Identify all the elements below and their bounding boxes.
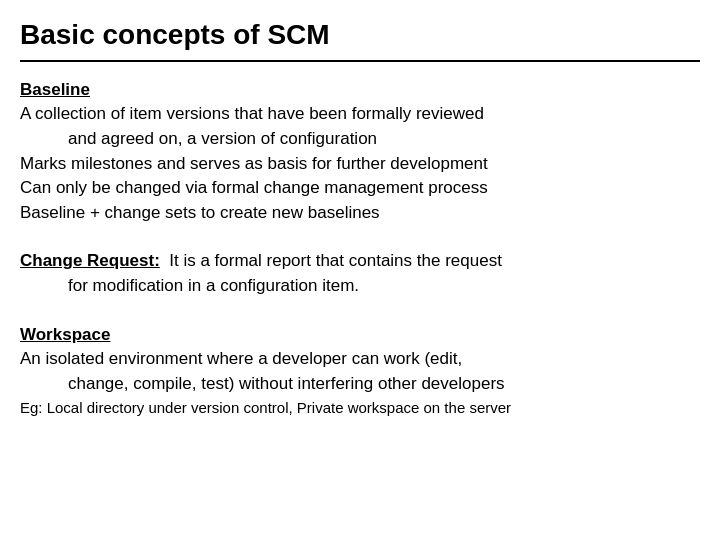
workspace-title: Workspace bbox=[20, 323, 700, 348]
section-change-request: Change Request: It is a formal report th… bbox=[20, 249, 700, 298]
page-title: Basic concepts of SCM bbox=[20, 18, 700, 52]
baseline-line5: Baseline + change sets to create new bas… bbox=[20, 201, 700, 226]
workspace-line2: change, compile, test) without interferi… bbox=[20, 372, 700, 397]
change-request-body: Change Request: It is a formal report th… bbox=[20, 249, 700, 298]
baseline-line2: and agreed on, a version of configuratio… bbox=[20, 127, 700, 152]
baseline-body: Baseline A collection of item versions t… bbox=[20, 78, 700, 226]
baseline-line1: A collection of item versions that have … bbox=[20, 102, 700, 127]
baseline-line4: Can only be changed via formal change ma… bbox=[20, 176, 700, 201]
title-divider bbox=[20, 60, 700, 62]
workspace-body: Workspace An isolated environment where … bbox=[20, 323, 700, 419]
change-request-title: Change Request: It is a formal report th… bbox=[20, 249, 700, 274]
section-baseline: Baseline A collection of item versions t… bbox=[20, 78, 700, 226]
section-workspace: Workspace An isolated environment where … bbox=[20, 323, 700, 419]
baseline-title: Baseline bbox=[20, 78, 700, 103]
change-request-line2: for modification in a configuration item… bbox=[20, 274, 700, 299]
page-container: Basic concepts of SCM Baseline A collect… bbox=[0, 0, 720, 540]
workspace-line3: Eg: Local directory under version contro… bbox=[20, 397, 700, 419]
baseline-line3: Marks milestones and serves as basis for… bbox=[20, 152, 700, 177]
content-area: Baseline A collection of item versions t… bbox=[20, 78, 700, 520]
workspace-line1: An isolated environment where a develope… bbox=[20, 347, 700, 372]
